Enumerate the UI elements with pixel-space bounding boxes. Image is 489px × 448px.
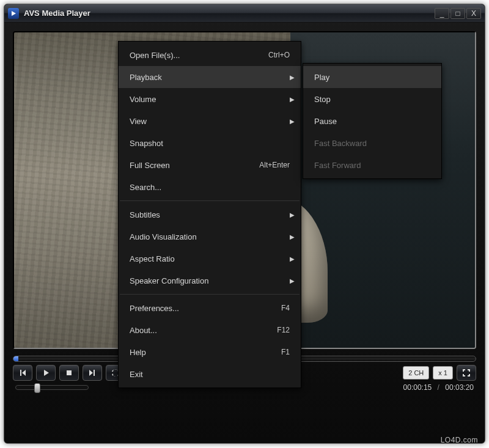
channel-pill[interactable]: 2 CH	[403, 366, 429, 380]
chevron-right-icon: ▶	[290, 96, 295, 103]
time-total: 00:03:20	[445, 383, 474, 392]
close-button[interactable]: X	[466, 8, 481, 19]
titlebar[interactable]: AVS Media Player _ □ X	[4, 4, 485, 23]
window-buttons: _ □ X	[435, 8, 481, 19]
chevron-right-icon: ▶	[290, 277, 295, 284]
minimize-button[interactable]: _	[435, 8, 449, 19]
seek-fill	[13, 356, 18, 361]
menu-view[interactable]: View ▶	[119, 110, 301, 132]
chevron-right-icon: ▶	[290, 118, 295, 125]
next-button[interactable]	[83, 365, 102, 381]
volume-slider[interactable]	[15, 385, 89, 390]
submenu-fast-forward: Fast Forward	[303, 154, 441, 176]
submenu-pause[interactable]: Pause	[303, 110, 441, 132]
menu-separator	[120, 200, 300, 201]
chevron-right-icon: ▶	[290, 233, 295, 240]
submenu-fast-backward: Fast Backward	[303, 132, 441, 154]
menu-audio-visualization[interactable]: Audio Visualization ▶	[119, 226, 301, 248]
menu-preferences[interactable]: Preferences... F4	[119, 297, 301, 319]
menu-separator	[120, 294, 300, 295]
time-display: 00:00:15 / 00:03:20	[403, 383, 474, 392]
menu-aspect-ratio[interactable]: Aspect Ratio ▶	[119, 248, 301, 270]
prev-button[interactable]	[13, 365, 32, 381]
submenu-play[interactable]: Play	[303, 66, 441, 88]
menu-help[interactable]: Help F1	[119, 341, 301, 363]
time-current: 00:00:15	[403, 383, 432, 392]
title-text: AVS Media Player	[24, 9, 435, 18]
chevron-right-icon: ▶	[290, 255, 295, 262]
watermark: LO4D.com	[441, 436, 478, 444]
playback-submenu: Play Stop Pause Fast Backward Fast Forwa…	[303, 63, 442, 179]
chevron-right-icon: ▶	[290, 211, 295, 218]
context-menu: Open File(s)... Ctrl+O Playback ▶ Volume…	[118, 41, 301, 388]
menu-playback[interactable]: Playback ▶	[119, 66, 301, 88]
app-icon	[8, 8, 19, 19]
volume-thumb[interactable]	[34, 383, 40, 393]
chevron-right-icon: ▶	[290, 74, 295, 81]
menu-snapshot[interactable]: Snapshot	[119, 132, 301, 154]
fullscreen-button[interactable]	[457, 365, 476, 381]
maximize-button[interactable]: □	[450, 8, 465, 19]
submenu-stop[interactable]: Stop	[303, 88, 441, 110]
menu-volume[interactable]: Volume ▶	[119, 88, 301, 110]
menu-search[interactable]: Search...	[119, 176, 301, 198]
menu-subtitles[interactable]: Subtitles ▶	[119, 204, 301, 226]
menu-exit[interactable]: Exit	[119, 363, 301, 385]
svg-rect-0	[67, 370, 72, 375]
menu-speaker-configuration[interactable]: Speaker Configuration ▶	[119, 270, 301, 292]
stop-button[interactable]	[59, 365, 79, 381]
speed-pill[interactable]: x 1	[433, 366, 453, 380]
app-window: AVS Media Player _ □ X 2 CH x 1	[4, 4, 485, 444]
menu-fullscreen[interactable]: Full Screen Alt+Enter	[119, 154, 301, 176]
menu-about[interactable]: About... F12	[119, 319, 301, 341]
menu-open-files[interactable]: Open File(s)... Ctrl+O	[119, 44, 301, 66]
play-button[interactable]	[36, 365, 56, 381]
